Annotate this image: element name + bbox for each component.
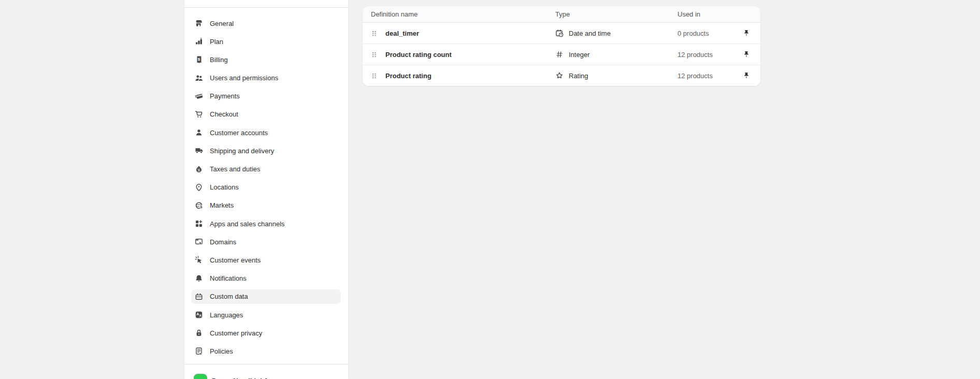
definition-name: Product rating xyxy=(385,72,431,80)
sidebar-item-label: Billing xyxy=(210,56,228,64)
definition-type: Date and time xyxy=(569,30,611,37)
sidebar-item-label: General xyxy=(210,20,234,27)
definition-name: Product rating count xyxy=(385,51,452,59)
settings-nav: General Plan $ Billing Users and permiss… xyxy=(191,16,341,362)
sidebar-footer: Durga Nandhini A xyxy=(184,364,348,379)
sidebar-item-label: Users and permissions xyxy=(210,74,278,82)
settings-sidebar: General Plan $ Billing Users and permiss… xyxy=(184,0,348,379)
sidebar-item-checkout[interactable]: Checkout xyxy=(191,107,341,122)
sidebar-item-markets[interactable]: $ Markets xyxy=(191,198,341,213)
tax-icon xyxy=(195,165,203,173)
sidebar-item-label: Plan xyxy=(210,38,223,46)
sidebar-item-label: Checkout xyxy=(210,110,238,118)
sidebar-item-policies[interactable]: Policies xyxy=(191,344,341,358)
apps-icon xyxy=(195,220,203,228)
sidebar-top-divider xyxy=(184,7,348,8)
used-in-count: 12 products xyxy=(678,72,741,80)
sidebar-item-label: Customer events xyxy=(210,256,261,264)
pin-button[interactable] xyxy=(741,27,752,39)
metafield-definitions-table: Definition name Type Used in deal_timer … xyxy=(363,6,760,86)
sidebar-item-users-permissions[interactable]: Users and permissions xyxy=(191,71,341,85)
sidebar-item-payments[interactable]: Payments xyxy=(191,89,341,104)
payments-icon xyxy=(195,92,203,100)
used-in-count: 0 products xyxy=(678,30,741,37)
person-icon xyxy=(195,128,203,137)
custom-data-icon xyxy=(195,293,203,301)
truck-icon xyxy=(195,147,203,155)
table-row[interactable]: Product rating count Integer 12 products xyxy=(363,44,760,65)
user-menu[interactable]: Durga Nandhini A xyxy=(194,374,268,379)
table-row[interactable]: deal_timer Date and time 0 products xyxy=(363,23,760,44)
sidebar-item-label: Policies xyxy=(210,347,233,355)
sidebar-item-custom-data[interactable]: Custom data xyxy=(191,289,341,304)
sidebar-item-label: Markets xyxy=(210,201,234,209)
document-icon xyxy=(195,347,203,355)
store-icon xyxy=(195,19,203,27)
sidebar-item-billing[interactable]: $ Billing xyxy=(191,52,341,67)
definition-name: deal_timer xyxy=(385,30,419,37)
sidebar-item-label: Apps and sales channels xyxy=(210,220,285,228)
globe-icon: $ xyxy=(195,201,203,210)
sidebar-item-label: Customer privacy xyxy=(210,329,262,337)
sidebar-item-shipping-delivery[interactable]: Shipping and delivery xyxy=(191,143,341,158)
pin-button[interactable] xyxy=(741,70,752,81)
sidebar-item-label: Languages xyxy=(210,311,243,319)
sidebar-item-customer-accounts[interactable]: Customer accounts xyxy=(191,125,341,140)
cursor-sparkle-icon xyxy=(195,256,203,264)
user-name: Durga Nandhini A xyxy=(212,377,268,379)
column-header-used-in: Used in xyxy=(678,10,741,18)
user-avatar xyxy=(194,374,207,379)
sidebar-item-label: Payments xyxy=(210,92,240,100)
sidebar-item-label: Custom data xyxy=(210,293,248,300)
pin-button[interactable] xyxy=(741,49,752,60)
svg-text:$: $ xyxy=(198,57,200,62)
table-header-row: Definition name Type Used in xyxy=(363,6,760,23)
column-header-type: Type xyxy=(555,10,678,18)
hash-icon xyxy=(555,50,564,59)
translate-icon: A xyxy=(195,311,203,319)
sidebar-item-label: Notifications xyxy=(210,274,247,282)
sidebar-item-plan[interactable]: Plan xyxy=(191,34,341,49)
sidebar-item-label: Domains xyxy=(210,238,236,246)
svg-text:$: $ xyxy=(200,205,203,209)
table-row[interactable]: Product rating Rating 12 products xyxy=(363,65,760,86)
drag-handle-icon[interactable] xyxy=(372,51,377,59)
sidebar-item-customer-events[interactable]: Customer events xyxy=(191,253,341,267)
sidebar-item-general[interactable]: General xyxy=(191,16,341,31)
lock-icon xyxy=(195,329,203,337)
bell-icon xyxy=(195,274,203,283)
svg-text:A: A xyxy=(196,312,199,316)
sidebar-item-label: Customer accounts xyxy=(210,129,268,137)
billing-icon: $ xyxy=(195,55,203,64)
sidebar-item-label: Locations xyxy=(210,183,239,191)
sidebar-item-notifications[interactable]: Notifications xyxy=(191,271,341,286)
domains-icon xyxy=(195,238,203,246)
sidebar-item-locations[interactable]: Locations xyxy=(191,180,341,195)
plan-icon xyxy=(195,37,203,46)
users-icon xyxy=(195,74,203,82)
sidebar-item-label: Shipping and delivery xyxy=(210,147,274,155)
sidebar-item-customer-privacy[interactable]: Customer privacy xyxy=(191,326,341,340)
used-in-count: 12 products xyxy=(678,51,741,59)
column-header-definition-name: Definition name xyxy=(371,10,555,18)
drag-handle-icon[interactable] xyxy=(372,30,377,37)
cart-icon xyxy=(195,110,203,119)
definition-type: Integer xyxy=(569,51,589,59)
map-pin-icon xyxy=(195,183,203,192)
sidebar-item-taxes-duties[interactable]: Taxes and duties xyxy=(191,162,341,177)
settings-page: General Plan $ Billing Users and permiss… xyxy=(0,0,980,379)
drag-handle-icon[interactable] xyxy=(372,72,377,80)
star-icon xyxy=(555,71,564,80)
sidebar-item-label: Taxes and duties xyxy=(210,165,261,173)
calendar-clock-icon xyxy=(555,29,564,37)
sidebar-item-domains[interactable]: Domains xyxy=(191,235,341,249)
sidebar-item-apps-sales-channels[interactable]: Apps and sales channels xyxy=(191,216,341,231)
sidebar-item-languages[interactable]: A Languages xyxy=(191,308,341,322)
definition-type: Rating xyxy=(569,72,588,80)
